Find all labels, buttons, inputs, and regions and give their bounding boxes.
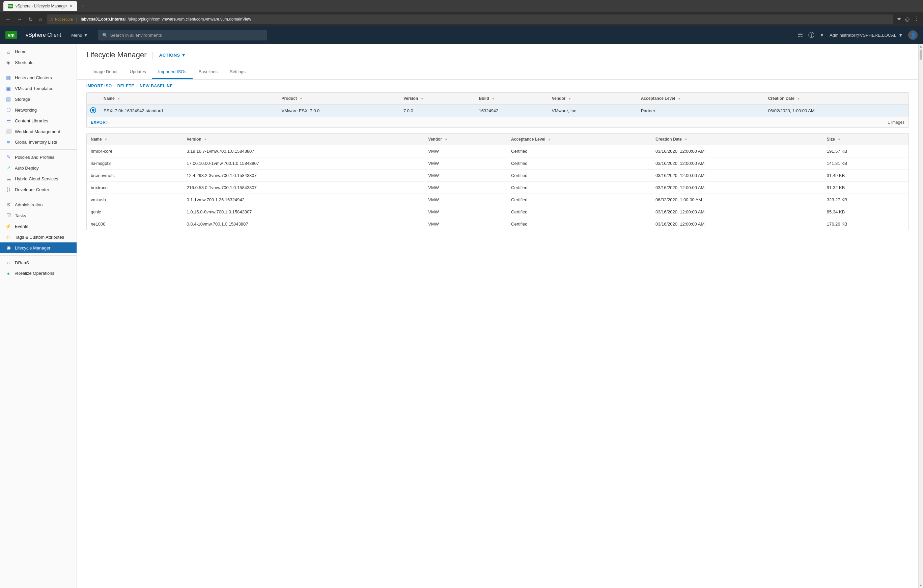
table-row[interactable]: lsi-msgpt3 17.00.10.00-1vmw.700.1.0.1584… (87, 157, 908, 170)
sidebar-label-home: Home (15, 49, 27, 54)
tab-updates[interactable]: Updates (123, 65, 152, 79)
menu-label: Menu (71, 33, 82, 38)
table-row[interactable]: ESXi-7.0b-16324942-standard VMware ESXi … (87, 105, 908, 117)
version-sort-icon: ▼ (421, 97, 424, 100)
tab-imported-isos[interactable]: Imported ISOs (152, 65, 193, 79)
comp-col-name[interactable]: Name ▼ (87, 134, 182, 145)
row-build: 16324942 (475, 105, 547, 117)
address-input[interactable]: △ Not secure | labvcsa01.corp.internal /… (47, 15, 893, 24)
sidebar-item-global-inventory[interactable]: ≡ Global Inventory Lists (0, 137, 77, 147)
shortcut-icon[interactable]: ☴ (798, 31, 803, 39)
comp-row-creation-date: 03/16/2020, 12:00:00 AM (652, 218, 823, 230)
comp-version-sort-icon: ▼ (204, 138, 207, 141)
col-vendor[interactable]: Vendor ▼ (548, 93, 637, 105)
table-row[interactable]: nmlx4-core 3.19.16.7-1vmw.700.1.0.158438… (87, 145, 908, 157)
vrealize-icon: ● (5, 270, 11, 276)
sidebar-item-vms-templates[interactable]: ▣ VMs and Templates (0, 83, 77, 94)
row-name: ESXi-7.0b-16324942-standard (100, 105, 278, 117)
sidebar-item-policies-profiles[interactable]: ✎ Policies and Profiles (0, 152, 77, 162)
refresh-button[interactable]: ↻ (27, 15, 34, 24)
row-vendor: VMware, Inc. (548, 105, 637, 117)
comp-row-version: 12.4.293.2-3vmw.700.1.0.15843807 (182, 170, 424, 182)
delete-button[interactable]: DELETE (117, 84, 134, 88)
table-row[interactable]: qcnic 1.0.15.0-8vmw.700.1.0.15843807 VMW… (87, 206, 908, 218)
sidebar-item-tags-custom[interactable]: ◇ Tags & Custom Attributes (0, 232, 77, 242)
more-icon[interactable]: ⋮ (913, 15, 919, 23)
scroll-up-icon[interactable]: ▲ (919, 44, 923, 48)
col-acceptance-level[interactable]: Acceptance Level ▼ (637, 93, 764, 105)
col-product[interactable]: Product ▼ (278, 93, 399, 105)
sidebar-item-shortcuts[interactable]: ◈ Shortcuts (0, 57, 77, 68)
forward-button[interactable]: → (15, 15, 24, 24)
sidebar-item-workload-management[interactable]: ⬜ Workload Management (0, 126, 77, 137)
tab-image-depot[interactable]: Image Depot (86, 65, 123, 79)
user-label: Administrator@VSPHERE.LOCAL (829, 33, 896, 38)
iso-table-header-row: Name ▼ Product ▼ Version ▼ Build (87, 93, 908, 105)
global-inventory-icon: ≡ (5, 139, 11, 145)
address-right-icons: ★ ☺ ⋮ (897, 15, 919, 23)
sidebar-item-developer-center[interactable]: ⟨⟩ Developer Center (0, 184, 77, 195)
scroll-thumb[interactable] (920, 49, 922, 60)
actions-button[interactable]: ACTIONS ▼ (159, 52, 186, 58)
comp-col-version[interactable]: Version ▼ (182, 134, 424, 145)
comp-row-acceptance-level: Certified (507, 206, 652, 218)
tab-settings[interactable]: Settings (224, 65, 252, 79)
comp-col-acceptance[interactable]: Acceptance Level ▼ (507, 134, 652, 145)
sidebar-label-administration: Administration (15, 202, 43, 207)
sidebar-item-events[interactable]: ⚡ Events (0, 221, 77, 232)
col-version[interactable]: Version ▼ (399, 93, 475, 105)
help-icon[interactable]: ⓘ (808, 31, 815, 39)
sidebar-item-lifecycle-manager[interactable]: ◉ Lifecycle Manager (0, 242, 77, 253)
right-scrollbar[interactable]: ▲ ▼ (918, 44, 923, 588)
table-row[interactable]: bnxtroce 216.0.58.0-1vmw.700.1.0.1584380… (87, 182, 908, 194)
col-name[interactable]: Name ▼ (100, 93, 278, 105)
export-button[interactable]: EXPORT (91, 120, 108, 125)
comp-col-creation-date[interactable]: Creation Date ▼ (652, 134, 823, 145)
sidebar-item-content-libraries[interactable]: ☰ Content Libraries (0, 115, 77, 126)
header-divider: | (152, 51, 154, 59)
sidebar-item-home[interactable]: ⌂ Home (0, 46, 77, 57)
sidebar-item-hybrid-cloud[interactable]: ☁ Hybrid Cloud Services (0, 173, 77, 184)
sidebar-item-auto-deploy[interactable]: ↗ Auto Deploy (0, 162, 77, 173)
search-bar[interactable]: 🔍 Search in all environments (98, 29, 267, 41)
col-creation-date[interactable]: Creation Date ▼ (764, 93, 908, 105)
new-tab-button[interactable]: + (81, 3, 85, 10)
sidebar-separator-3 (0, 197, 77, 197)
iso-table: Name ▼ Product ▼ Version ▼ Build (87, 93, 908, 117)
tab-title: vSphere - Lifecycle Manager (15, 4, 67, 8)
sidebar-label-auto-deploy: Auto Deploy (15, 165, 39, 170)
sidebar-item-draas[interactable]: ○ DRaaS (0, 257, 77, 268)
developer-center-icon: ⟨⟩ (5, 187, 11, 193)
table-row[interactable]: brcmnvmefc 12.4.293.2-3vmw.700.1.0.15843… (87, 170, 908, 182)
table-row[interactable]: ne1000 0.8.4-10vmw.700.1.0.15843807 VMW … (87, 218, 908, 230)
back-button[interactable]: ← (4, 15, 12, 24)
scroll-down-icon[interactable]: ▼ (919, 584, 923, 587)
sidebar-item-tasks[interactable]: ☑ Tasks (0, 210, 77, 221)
tab-baselines[interactable]: Baselines (193, 65, 224, 79)
menu-button[interactable]: Menu ▼ (68, 31, 91, 40)
comp-col-size[interactable]: Size ▼ (823, 134, 908, 145)
sidebar-item-administration[interactable]: ⚙ Administration (0, 199, 77, 210)
home-button[interactable]: ⌂ (38, 15, 44, 24)
home-icon: ⌂ (5, 49, 11, 55)
browser-tab[interactable]: vm vSphere - Lifecycle Manager × (3, 1, 77, 11)
avatar-icon[interactable]: ☺ (904, 15, 911, 23)
tab-close-button[interactable]: × (70, 3, 72, 9)
incognito-avatar[interactable]: 👤 (908, 30, 918, 40)
address-bar: ← → ↻ ⌂ △ Not secure | labvcsa01.corp.in… (0, 12, 923, 26)
sidebar-item-storage[interactable]: ▤ Storage (0, 94, 77, 105)
help-chevron-icon: ▼ (820, 33, 824, 38)
sidebar-item-networking[interactable]: ⬡ Networking (0, 105, 77, 115)
user-menu[interactable]: Administrator@VSPHERE.LOCAL ▼ (829, 33, 903, 38)
sidebar-item-hosts-clusters[interactable]: ▦ Hosts and Clusters (0, 72, 77, 83)
sidebar-separator-2 (0, 149, 77, 150)
bookmark-icon[interactable]: ★ (897, 15, 902, 23)
sidebar-item-vrealize[interactable]: ● vRealize Operations (0, 268, 77, 278)
new-baseline-button[interactable]: NEW BASELINE (140, 84, 173, 88)
app-title: vSphere Client (26, 32, 61, 38)
search-icon: 🔍 (102, 33, 108, 38)
col-build[interactable]: Build ▼ (475, 93, 547, 105)
comp-col-vendor[interactable]: Vendor ▼ (424, 134, 507, 145)
import-iso-button[interactable]: IMPORT ISO (86, 84, 112, 88)
table-row[interactable]: vmkusb 0.1-1vmw.700.1.25.16324942 VMW Ce… (87, 194, 908, 206)
